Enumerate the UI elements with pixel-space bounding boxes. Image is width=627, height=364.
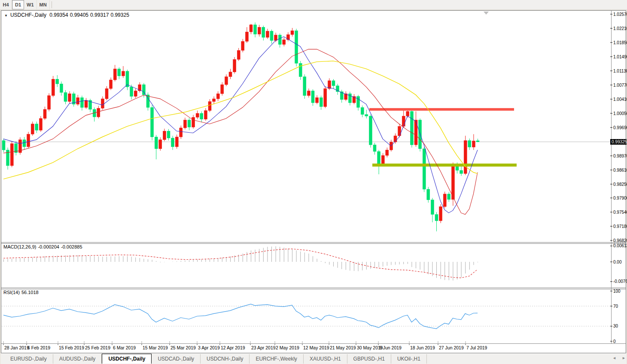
chart-canvas[interactable]: 1.025701.022101.018501.014901.011301.007… <box>0 0 627 364</box>
svg-text:0.98610: 0.98610 <box>613 168 627 173</box>
svg-text:18 Jun 2019: 18 Jun 2019 <box>410 345 435 350</box>
ma-slow-yellow <box>3 61 478 179</box>
macd-signal-value: -0.002885 <box>61 244 82 249</box>
rsi-line <box>3 304 478 328</box>
ohlc-low: 0.99317 <box>90 12 109 18</box>
ohlc-close: 0.99325 <box>110 12 129 18</box>
tab-scroll-right-icon[interactable]: ► <box>622 356 626 360</box>
chart-tab-bar: EURUSD-,DailyAUDUSD-,DailyUSDCHF-,DailyU… <box>1 353 626 364</box>
rsi-indicator-label: RSI(14)56.1018 <box>3 290 40 295</box>
svg-text:0.99690: 0.99690 <box>613 125 627 130</box>
macd-axis[interactable]: 0.006130.00-0.00761 <box>610 243 627 284</box>
chart-symbol-label: ▼USDCHF-,Daily 0.993540.994050.993170.99… <box>4 12 131 18</box>
svg-text:9 Jun 2019: 9 Jun 2019 <box>379 345 402 350</box>
chart-tab-eurusd-daily[interactable]: EURUSD-,Daily <box>4 354 53 364</box>
svg-text:6 Mar 2019: 6 Mar 2019 <box>113 345 136 350</box>
svg-text:23 Apr 2019: 23 Apr 2019 <box>251 345 276 350</box>
svg-text:0.96820: 0.96820 <box>613 238 627 243</box>
chart-tab-usdchf-daily[interactable]: USDCHF-,Daily <box>102 354 152 364</box>
candles-layer <box>2 22 479 231</box>
ma-mid-red <box>3 49 478 215</box>
svg-text:6 Feb 2019: 6 Feb 2019 <box>27 345 50 350</box>
price-axis[interactable]: 1.025701.022101.018501.014901.011301.007… <box>610 12 627 243</box>
svg-text:0.98250: 0.98250 <box>613 182 627 187</box>
svg-text:15 Mar 2019: 15 Mar 2019 <box>143 345 168 350</box>
chevron-down-icon[interactable]: ▼ <box>4 14 8 18</box>
svg-text:28 Jan 2019: 28 Jan 2019 <box>4 345 29 350</box>
macd-signal-line <box>3 249 478 278</box>
moving-averages-layer <box>3 36 478 214</box>
macd-indicator-label: MACD(12,26,9)-0.000204-0.002885 <box>3 244 84 249</box>
svg-text:1.00770: 1.00770 <box>613 83 627 88</box>
chart-tab-eurchf-weekly[interactable]: EURCHF-,Weekly <box>250 354 303 364</box>
svg-text:0.00: 0.00 <box>613 260 622 264</box>
macd-main-value: -0.000204 <box>38 244 59 249</box>
svg-text:0.97540: 0.97540 <box>613 210 627 215</box>
svg-text:2 May 2019: 2 May 2019 <box>276 345 299 350</box>
svg-text:0.00613: 0.00613 <box>613 243 627 248</box>
svg-text:1.00410: 1.00410 <box>613 97 627 102</box>
svg-text:30: 30 <box>613 324 618 328</box>
svg-text:1.01850: 1.01850 <box>613 40 627 45</box>
svg-text:7 Jul 2019: 7 Jul 2019 <box>466 345 487 350</box>
svg-text:0.99325: 0.99325 <box>612 140 627 144</box>
time-axis[interactable]: 28 Jan 20196 Feb 201915 Feb 201925 Feb 2… <box>3 341 487 350</box>
tab-scroll-left-icon[interactable]: ◄ <box>612 356 616 360</box>
chart-shift-marker-icon[interactable] <box>484 12 489 15</box>
horizontal-lines-layer[interactable] <box>369 108 517 167</box>
svg-text:100: 100 <box>613 289 621 294</box>
ma-fast-blue <box>3 36 478 213</box>
macd-name: MACD(12,26,9) <box>3 244 36 249</box>
svg-text:27 Jun 2019: 27 Jun 2019 <box>439 345 464 350</box>
ohlc-open: 0.99354 <box>49 12 68 18</box>
svg-text:25 Feb 2019: 25 Feb 2019 <box>85 345 110 350</box>
ohlc-high: 0.99405 <box>70 12 88 18</box>
svg-text:15 Feb 2019: 15 Feb 2019 <box>59 345 84 350</box>
svg-text:1.02570: 1.02570 <box>613 12 627 17</box>
svg-text:3 Apr 2019: 3 Apr 2019 <box>198 345 220 350</box>
svg-text:0.98970: 0.98970 <box>613 154 627 158</box>
rsi-value: 56.1018 <box>21 290 39 295</box>
macd-layer <box>3 246 478 281</box>
rsi-name: RSI(14) <box>3 290 20 295</box>
svg-text:70: 70 <box>613 304 618 309</box>
svg-text:0.97180: 0.97180 <box>613 224 627 229</box>
rsi-layer <box>2 304 610 328</box>
rsi-axis[interactable]: 10070300 <box>610 289 621 344</box>
chart-tab-ukoil-h1[interactable]: UKOil-,H1 <box>391 354 427 364</box>
mt4-application-window: H4D1W1MN 1.025701.022101.018501.014901.0… <box>0 0 627 364</box>
chart-tab-usdcad-daily[interactable]: USDCAD-,Daily <box>152 354 201 364</box>
svg-text:1.01130: 1.01130 <box>613 69 627 73</box>
svg-text:12 Apr 2019: 12 Apr 2019 <box>221 345 245 350</box>
chart-tab-audusd-daily[interactable]: AUDUSD-,Daily <box>53 354 102 364</box>
chart-tab-usdcnh-daily[interactable]: USDCNH-,Daily <box>201 354 250 364</box>
svg-text:25 Mar 2019: 25 Mar 2019 <box>170 345 196 350</box>
svg-text:0: 0 <box>613 339 616 344</box>
svg-text:1.01490: 1.01490 <box>613 55 627 59</box>
svg-text:-0.00761: -0.00761 <box>613 279 627 284</box>
chart-tab-gbpusd-h1[interactable]: GBPUSD-,H1 <box>347 354 391 364</box>
svg-text:21 May 2019: 21 May 2019 <box>330 345 356 350</box>
svg-text:1.00050: 1.00050 <box>613 111 627 116</box>
svg-text:0.97900: 0.97900 <box>613 196 627 200</box>
chart-tab-xauusd-h1[interactable]: XAUUSD-,H1 <box>304 354 347 364</box>
symbol-name: USDCHF-,Daily <box>10 12 46 18</box>
svg-text:1.02210: 1.02210 <box>613 26 627 31</box>
svg-text:12 May 2019: 12 May 2019 <box>303 345 329 350</box>
